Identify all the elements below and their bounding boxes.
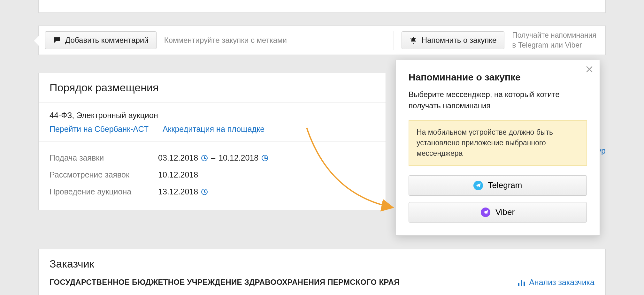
- reminder-popover: Напоминание о закупке Выберите мессендже…: [395, 60, 600, 236]
- close-icon[interactable]: [585, 65, 594, 74]
- page-top-fragment: [38, 0, 606, 13]
- date-to: 10.12.2018: [218, 153, 258, 163]
- date: 10.12.2018: [158, 170, 198, 179]
- bar-chart-icon: [518, 279, 525, 286]
- clock-icon: [262, 155, 268, 161]
- row-label: Подача заявки: [50, 153, 158, 163]
- telegram-button[interactable]: Telegram: [409, 175, 587, 196]
- comment-toolbar: Добавить комментарий Комментируйте закуп…: [38, 26, 606, 55]
- clock-icon: [201, 155, 208, 161]
- popover-title: Напоминание о закупке: [409, 72, 587, 83]
- customer-analysis-label: Анализ заказчика: [529, 278, 594, 287]
- telegram-label: Telegram: [488, 180, 522, 190]
- bell-icon: [410, 36, 417, 44]
- link-accreditation[interactable]: Аккредитация на площадке: [163, 125, 264, 134]
- customer-name: ГОСУДАРСТВЕННОЕ БЮДЖЕТНОЕ УЧРЕЖДЕНИЕ ЗДР…: [50, 278, 400, 287]
- placement-dates: Подача заявки 03.12.2018 – 10.12.2018 Ра…: [39, 142, 386, 210]
- comment-icon: [53, 37, 61, 44]
- placement-title: Порядок размещения: [50, 81, 375, 94]
- date: 13.12.2018: [158, 187, 198, 196]
- popover-note: На мобильном устройстве должно быть уста…: [409, 120, 587, 166]
- date-from: 03.12.2018: [158, 153, 198, 163]
- row-label: Рассмотрение заявок: [50, 170, 158, 179]
- customer-title: Заказчик: [50, 258, 594, 270]
- customer-analysis-link[interactable]: Анализ заказчика: [518, 278, 594, 287]
- viber-icon: [481, 208, 490, 217]
- comment-hint: Комментируйте закупки с метками: [164, 36, 287, 45]
- purchase-type: 44-ФЗ, Электронный аукцион: [50, 111, 375, 120]
- remind-button[interactable]: Напомнить о закупке: [402, 31, 505, 49]
- telegram-icon: [473, 181, 483, 190]
- link-sberbank-ast[interactable]: Перейти на Сбербанк-АСТ: [50, 125, 149, 134]
- viber-label: Viber: [495, 207, 515, 217]
- toolbar-separator: [394, 31, 394, 50]
- popover-desc: Выберите мессенджер, на который хотите п…: [409, 89, 587, 111]
- placement-meta: 44-ФЗ, Электронный аукцион Перейти на Сб…: [39, 102, 386, 142]
- viber-button[interactable]: Viber: [409, 202, 587, 223]
- add-comment-button[interactable]: Добавить комментарий: [45, 31, 157, 49]
- customer-card: Заказчик ГОСУДАРСТВЕННОЕ БЮДЖЕТНОЕ УЧРЕЖ…: [38, 249, 606, 295]
- row-review: Рассмотрение заявок 10.12.2018: [50, 166, 375, 183]
- row-auction: Проведение аукциона 13.12.2018: [50, 183, 375, 200]
- placement-card-header: Порядок размещения: [39, 73, 386, 102]
- remind-hint: Получайте напоминания в Telegram или Vib…: [512, 30, 596, 50]
- row-submission: Подача заявки 03.12.2018 – 10.12.2018: [50, 149, 375, 166]
- dash: –: [211, 153, 215, 163]
- row-label: Проведение аукциона: [50, 187, 158, 196]
- remind-label: Напомнить о закупке: [422, 36, 497, 45]
- placement-card: Порядок размещения 44-ФЗ, Электронный ау…: [38, 73, 386, 210]
- toolbar-pointer: [33, 36, 43, 46]
- clock-icon: [201, 189, 208, 195]
- add-comment-label: Добавить комментарий: [65, 36, 149, 45]
